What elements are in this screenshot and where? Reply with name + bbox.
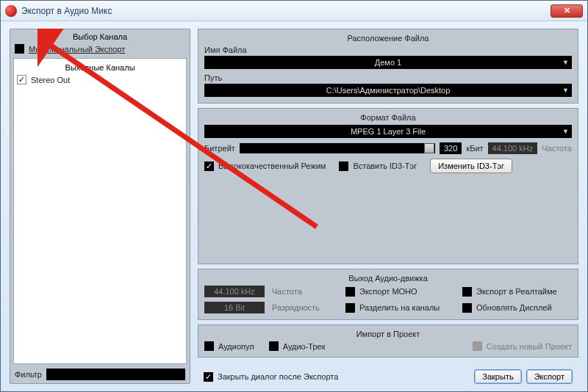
filter-label: Фильтр — [15, 370, 42, 379]
channel-selection-title: Выбор Канала — [10, 29, 190, 43]
edit-id3-button[interactable]: Изменить ID3-Тэг — [430, 159, 512, 173]
export-audio-mixdown-window: Экспорт в Аудио Микс ✕ Выбор Канала Мног… — [0, 0, 588, 392]
split-channels-checkbox[interactable] — [345, 303, 355, 313]
engine-samplerate-label: Частота — [272, 287, 338, 296]
import-project-title: Импорт в Проект — [204, 330, 572, 338]
audiopool-checkbox[interactable] — [204, 341, 214, 351]
export-mono-checkbox[interactable] — [345, 287, 355, 297]
audio-engine-section: Выход Аудио-движка 44.100 kHz Частота Эк… — [198, 269, 578, 320]
output-channels-header: Выходные Каналы — [17, 63, 183, 72]
engine-bitdepth-label: Разрядность — [272, 303, 338, 312]
export-mono-label: Экспорт МОНО — [359, 287, 417, 296]
app-icon — [5, 5, 17, 17]
realtime-export-checkbox[interactable] — [462, 287, 472, 297]
create-project-label: Создать новый Проект — [487, 342, 572, 351]
update-display-label: Обновлять Дисплей — [476, 303, 552, 312]
format-samplerate-label: Частота — [542, 144, 572, 153]
file-format-title: Формат Файла — [204, 113, 572, 122]
engine-bitdepth-value: 16 Bit — [204, 302, 265, 313]
create-project-checkbox — [473, 341, 482, 351]
split-channels-label: Разделить на каналы — [359, 303, 440, 312]
channel-selection-panel: Выбор Канала Многоканальный Экспорт Выхо… — [10, 29, 190, 384]
bitrate-unit: кБит — [466, 144, 483, 153]
titlebar: Экспорт в Аудио Микс ✕ — [1, 1, 587, 21]
realtime-export-label: Экспорт в Реалтайме — [476, 287, 557, 296]
output-channels-list: Выходные Каналы Stereo Out — [13, 58, 187, 364]
close-after-export-checkbox[interactable] — [204, 372, 213, 382]
hq-mode-label: Высококачественный Режим — [218, 161, 326, 170]
insert-id3-checkbox[interactable] — [339, 161, 348, 171]
bitrate-value[interactable]: 320 — [440, 142, 462, 154]
file-path-label: Путь — [204, 73, 572, 82]
chevron-down-icon: ▼ — [562, 59, 569, 66]
export-button[interactable]: Экспорт — [526, 369, 573, 384]
file-format-section: Формат Файла MPEG 1 Layer 3 File ▼ Битре… — [198, 108, 578, 264]
update-display-checkbox[interactable] — [462, 303, 472, 313]
bitrate-slider[interactable] — [240, 143, 435, 153]
insert-id3-label: Вставить ID3-Тэг — [353, 161, 417, 170]
chevron-down-icon: ▼ — [562, 87, 569, 94]
chevron-down-icon: ▼ — [562, 128, 569, 135]
file-location-section: Расположение Файла Имя Файла Демо 1 ▼ Пу… — [198, 29, 578, 104]
right-column: Расположение Файла Имя Файла Демо 1 ▼ Пу… — [198, 29, 578, 384]
file-name-value: Демо 1 — [375, 58, 401, 67]
file-name-dropdown[interactable]: Демо 1 ▼ — [204, 56, 572, 69]
window-title: Экспорт в Аудио Микс — [21, 6, 551, 16]
filter-input[interactable] — [46, 369, 185, 380]
close-window-button[interactable]: ✕ — [551, 4, 583, 18]
file-path-value: C:\Users\Администратор\Desktop — [326, 86, 451, 95]
audiotrack-label: Аудио-Трек — [283, 342, 326, 351]
engine-samplerate-value: 44.100 kHz — [204, 286, 265, 297]
file-format-value: MPEG 1 Layer 3 File — [351, 127, 426, 136]
audiopool-label: Аудиопул — [218, 342, 254, 351]
stereo-out-label: Stereo Out — [31, 76, 70, 84]
file-path-dropdown[interactable]: C:\Users\Администратор\Desktop ▼ — [204, 84, 572, 97]
close-button[interactable]: Закрыть — [474, 369, 521, 384]
stereo-out-checkbox[interactable] — [17, 75, 26, 84]
file-format-dropdown[interactable]: MPEG 1 Layer 3 File ▼ — [204, 125, 572, 138]
close-after-export-label: Закрыть диалог после Экспорта — [218, 372, 338, 381]
dialog-bottom-row: Закрыть диалог после Экспорта Закрыть Эк… — [198, 366, 578, 384]
multichannel-export-checkbox[interactable] — [15, 44, 24, 54]
bitrate-label: Битрейт — [204, 144, 235, 153]
bitrate-slider-thumb[interactable] — [424, 143, 434, 153]
import-project-section: Импорт в Проект Аудиопул Аудио-Трек Созд… — [198, 324, 578, 357]
multichannel-export-label: Многоканальный Экспорт — [29, 45, 125, 54]
file-name-label: Имя Файла — [204, 46, 572, 54]
audio-engine-title: Выход Аудио-движка — [204, 274, 572, 283]
audiotrack-checkbox[interactable] — [269, 341, 279, 351]
hq-mode-checkbox[interactable] — [204, 161, 214, 171]
format-samplerate-value: 44.100 kHz — [488, 142, 538, 154]
file-location-title: Расположение Файла — [204, 34, 572, 43]
close-icon: ✕ — [564, 6, 570, 15]
